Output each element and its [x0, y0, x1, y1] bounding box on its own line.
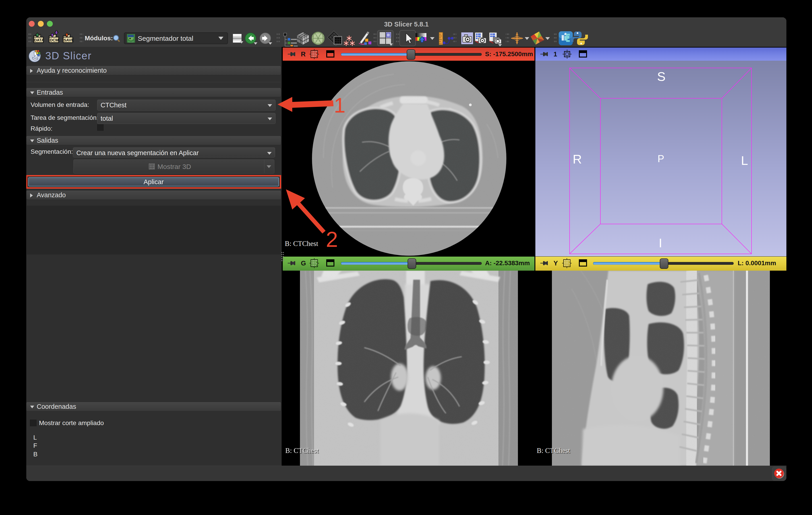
svg-text:2: 2: [326, 227, 338, 251]
svg-text:1: 1: [334, 94, 345, 117]
